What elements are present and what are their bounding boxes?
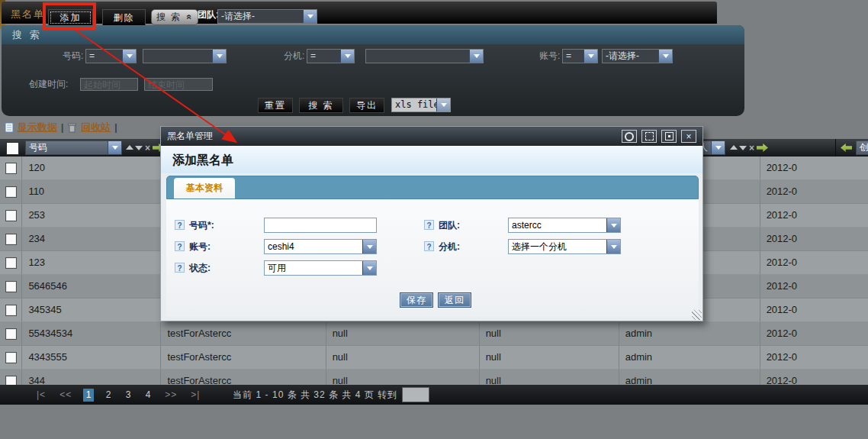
cell-number: 344 xyxy=(21,370,160,386)
page-number-button[interactable]: 1 xyxy=(83,389,94,402)
export-button[interactable]: 导出 xyxy=(349,98,384,113)
link-separator: | xyxy=(61,122,63,133)
help-icon[interactable]: ? xyxy=(424,220,434,230)
maximize-icon[interactable] xyxy=(641,130,657,143)
chevron-down-icon[interactable] xyxy=(658,50,672,63)
end-time-input[interactable] xyxy=(144,78,213,91)
chevron-down-icon[interactable] xyxy=(122,50,136,63)
remove-column-icon[interactable]: × xyxy=(145,144,150,153)
chevron-down-icon[interactable] xyxy=(303,10,317,23)
remove-column-icon[interactable]: × xyxy=(749,144,754,153)
cell-created: 2012-0 xyxy=(760,157,868,179)
cell-null-1: null xyxy=(326,346,479,369)
page-number-button[interactable]: 3 xyxy=(123,389,133,402)
account-value: -请选择- xyxy=(603,50,658,63)
team-field-label: 团队: xyxy=(439,220,460,231)
blacklist-dialog: 黑名单管理 × 添加黑名单 基本资料 ? 号码*: ? 团队: astercc … xyxy=(160,126,703,321)
chevron-down-icon[interactable] xyxy=(711,141,725,154)
first-page-button[interactable]: |< xyxy=(37,389,46,400)
pagination-summary: 当前 1 - 10 条 共 32 条 共 4 页 转到 xyxy=(233,389,397,402)
select-all-checkbox[interactable] xyxy=(6,142,19,155)
team-select[interactable]: astercc xyxy=(508,218,621,233)
cell-number: 123 xyxy=(21,251,160,274)
sort-desc-icon[interactable] xyxy=(739,146,747,150)
tab-basic-info[interactable]: 基本资料 xyxy=(174,178,235,199)
cell-number: 234 xyxy=(21,228,160,250)
account-select[interactable]: ceshi4 xyxy=(264,239,377,254)
goto-page-input[interactable] xyxy=(402,387,429,402)
number-column-select[interactable]: 号码 xyxy=(25,140,122,155)
cell-creator: admin xyxy=(619,370,760,386)
cell-number: 4343555 xyxy=(21,346,160,369)
created-time-label: 创建时间: xyxy=(29,77,68,92)
start-time-input[interactable] xyxy=(80,78,138,91)
extension-operator-select[interactable]: = xyxy=(307,49,355,63)
back-button[interactable]: 返回 xyxy=(438,292,471,308)
search-button[interactable]: 搜 索 xyxy=(299,98,343,113)
chevron-down-icon[interactable] xyxy=(436,98,450,111)
help-icon[interactable]: ? xyxy=(424,241,434,251)
team-filter-select[interactable]: -请选择- xyxy=(217,9,317,24)
row-checkbox[interactable] xyxy=(5,281,17,292)
chevron-down-icon[interactable] xyxy=(362,240,376,253)
chevron-down-icon[interactable] xyxy=(212,50,226,63)
number-operator-select[interactable]: = xyxy=(85,49,137,63)
chevron-down-icon[interactable] xyxy=(340,50,354,63)
dialog-titlebar[interactable]: 黑名单管理 × xyxy=(161,127,702,146)
reset-button[interactable]: 重置 xyxy=(258,98,293,113)
row-checkbox[interactable] xyxy=(5,328,17,340)
delete-button[interactable]: 删除 xyxy=(102,9,146,26)
last-page-button[interactable]: >| xyxy=(191,389,200,400)
export-format-select[interactable]: xls file xyxy=(391,98,451,112)
sort-asc-icon[interactable] xyxy=(126,145,133,150)
sort-asc-icon[interactable] xyxy=(730,145,738,150)
extension-select[interactable]: 选择一个分机 xyxy=(508,239,621,254)
account-value-select[interactable]: -请选择- xyxy=(602,49,673,63)
help-icon[interactable]: ? xyxy=(175,263,185,273)
help-icon[interactable]: ? xyxy=(175,241,185,251)
row-checkbox[interactable] xyxy=(5,376,17,386)
row-checkbox[interactable] xyxy=(5,210,17,221)
extension-value-select[interactable] xyxy=(365,49,484,63)
move-column-right-icon[interactable] xyxy=(757,144,768,152)
page-number-button[interactable]: 2 xyxy=(103,389,114,402)
number-input[interactable] xyxy=(264,218,377,233)
resize-handle[interactable] xyxy=(692,310,702,320)
chevron-down-icon[interactable] xyxy=(606,240,620,253)
document-icon xyxy=(5,122,14,133)
row-checkbox[interactable] xyxy=(5,257,17,269)
show-data-link[interactable]: 显示数据 xyxy=(18,121,57,134)
chevron-down-icon[interactable] xyxy=(606,218,620,232)
refresh-icon[interactable] xyxy=(622,130,637,143)
created-column-select[interactable]: 创建时间 xyxy=(856,140,868,155)
chevron-down-icon[interactable] xyxy=(108,141,121,154)
close-icon[interactable]: × xyxy=(681,130,696,143)
cell-team: testForAstercc xyxy=(160,322,325,345)
number-column-value: 号码 xyxy=(26,141,108,154)
row-checkbox[interactable] xyxy=(5,352,17,363)
trash-icon xyxy=(67,122,77,133)
row-checkbox[interactable] xyxy=(5,186,17,198)
save-button[interactable]: 保存 xyxy=(400,292,433,308)
row-checkbox[interactable] xyxy=(5,234,17,245)
sort-desc-icon[interactable] xyxy=(135,146,143,150)
chevron-down-icon[interactable] xyxy=(362,261,376,275)
search-toggle-button[interactable]: 搜 索 « xyxy=(151,9,198,25)
row-checkbox[interactable] xyxy=(5,305,17,316)
number-value-select[interactable] xyxy=(143,49,227,63)
cell-created: 2012-0 xyxy=(760,204,868,227)
dialog-tabbar: 基本资料 xyxy=(166,176,699,199)
account-operator-select[interactable]: = xyxy=(562,49,598,63)
chevron-down-icon[interactable] xyxy=(469,50,483,63)
help-icon[interactable]: ? xyxy=(175,220,185,230)
minimize-icon[interactable] xyxy=(661,130,677,143)
cell-number: 110 xyxy=(21,180,160,203)
prev-page-button[interactable]: << xyxy=(59,389,72,400)
recycle-bin-link[interactable]: 回收站 xyxy=(81,121,111,134)
page-number-button[interactable]: 4 xyxy=(143,389,153,402)
chevron-down-icon[interactable] xyxy=(583,50,597,63)
row-checkbox[interactable] xyxy=(5,163,17,174)
move-column-left-icon[interactable] xyxy=(841,144,852,152)
next-page-button[interactable]: >> xyxy=(165,389,177,400)
status-select[interactable]: 可用 xyxy=(264,260,377,276)
